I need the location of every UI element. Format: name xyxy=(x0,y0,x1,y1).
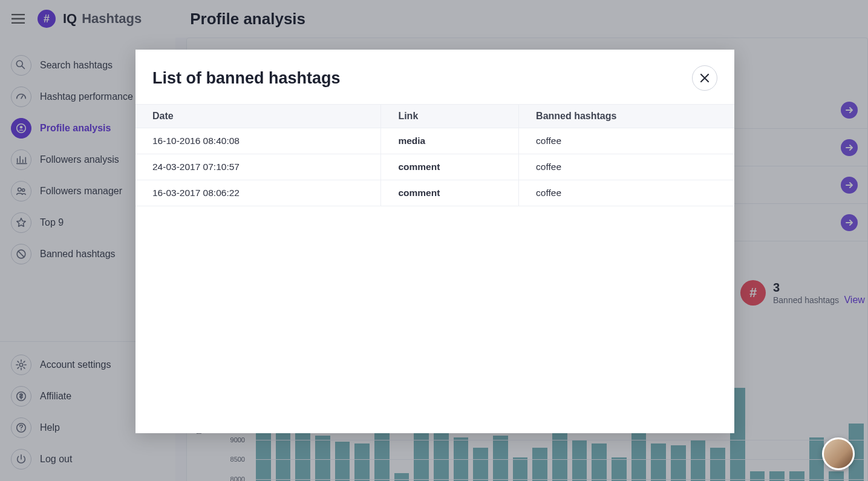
cell-link[interactable]: comment xyxy=(381,154,519,180)
banned-hashtags-table: Date Link Banned hashtags 16-10-2016 08:… xyxy=(135,104,734,206)
modal-header: List of banned hashtags xyxy=(135,50,734,104)
modal-title: List of banned hashtags xyxy=(152,69,341,88)
cell-date: 16-03-2017 08:06:22 xyxy=(135,180,381,206)
cell-link[interactable]: comment xyxy=(381,180,519,206)
cell-banned: coffee xyxy=(519,180,734,206)
cell-banned: coffee xyxy=(519,128,734,154)
modal-close-button[interactable] xyxy=(692,65,717,91)
table-row: 16-10-2016 08:40:08mediacoffee xyxy=(135,128,734,154)
cell-date: 24-03-2017 07:10:57 xyxy=(135,154,381,180)
cell-link[interactable]: media xyxy=(381,128,519,154)
column-link: Link xyxy=(381,105,519,128)
banned-hashtags-modal: List of banned hashtags Date Link Banned… xyxy=(135,50,734,433)
cell-banned: coffee xyxy=(519,154,734,180)
close-icon xyxy=(700,73,710,83)
table-row: 24-03-2017 07:10:57commentcoffee xyxy=(135,154,734,180)
column-date: Date xyxy=(135,105,381,128)
column-banned: Banned hashtags xyxy=(519,105,734,128)
support-chat-avatar[interactable] xyxy=(822,437,855,470)
table-header-row: Date Link Banned hashtags xyxy=(135,105,734,128)
cell-date: 16-10-2016 08:40:08 xyxy=(135,128,381,154)
table-row: 16-03-2017 08:06:22commentcoffee xyxy=(135,180,734,206)
